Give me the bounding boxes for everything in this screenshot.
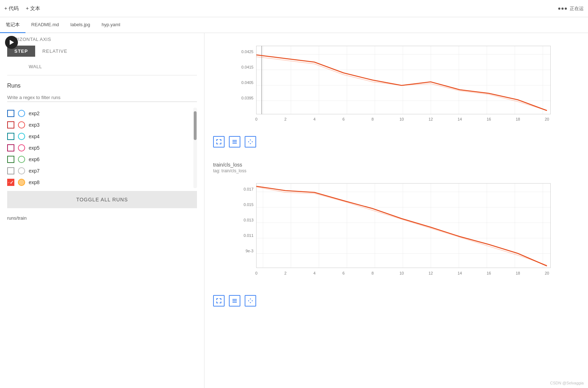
run-circle-exp5 (18, 144, 25, 151)
svg-text:4: 4 (313, 117, 315, 121)
toggle-all-runs-button[interactable]: TOGGLE ALL RUNS (7, 191, 197, 208)
svg-text:20: 20 (545, 271, 549, 275)
expand-icon-bottom[interactable] (213, 295, 225, 307)
run-label-exp7: exp7 (29, 168, 39, 174)
dots-icon (558, 8, 567, 10)
chart-svg-top: 0.0425 0.0415 0.0405 0.0395 0 2 4 6 8 10… (213, 39, 579, 132)
svg-text:14: 14 (457, 271, 462, 275)
svg-text:6: 6 (342, 271, 344, 275)
move-icon[interactable] (245, 136, 256, 148)
run-item-exp6[interactable]: exp6 (7, 154, 188, 165)
run-circle-exp4 (18, 133, 25, 140)
scrollbar-track[interactable] (193, 108, 197, 188)
add-text-button[interactable]: + 文本 (26, 5, 40, 12)
expand-icon[interactable] (213, 136, 225, 148)
play-button[interactable] (5, 36, 18, 49)
chart-toolbar-top (213, 133, 579, 150)
list-icon[interactable] (229, 136, 240, 148)
tab-labels[interactable]: labels.jpg (65, 17, 96, 33)
run-item-exp5[interactable]: exp5 (7, 142, 188, 154)
relative-button[interactable]: RELATIVE (35, 46, 75, 57)
run-item-exp3[interactable]: exp3 (7, 119, 188, 131)
svg-text:10: 10 (399, 117, 404, 121)
svg-text:0.013: 0.013 (244, 218, 254, 222)
axis-type-group: STEP RELATIVE (7, 46, 197, 57)
runs-list-container: exp2exp3exp4exp5exp6exp7exp8 (7, 108, 197, 188)
chart-svg-bottom: 0.017 0.015 0.013 0.011 9e-3 0 2 4 6 8 1… (213, 176, 579, 291)
runs-list: exp2exp3exp4exp5exp6exp7exp8 (7, 108, 192, 188)
list-icon-bottom[interactable] (229, 295, 240, 307)
svg-text:12: 12 (428, 117, 433, 121)
svg-text:6: 6 (342, 117, 344, 121)
run-item-exp7[interactable]: exp7 (7, 165, 188, 177)
svg-text:18: 18 (516, 271, 520, 275)
svg-text:10: 10 (399, 271, 404, 275)
run-checkbox-exp4[interactable] (7, 133, 14, 140)
status-text: 正在运 (570, 5, 584, 12)
runs-filter-input[interactable] (7, 93, 197, 102)
runs-section: Runs exp2exp3exp4exp5exp6exp7exp8 TOGGLE… (0, 78, 204, 212)
svg-text:0.0395: 0.0395 (241, 96, 254, 100)
tab-hyp[interactable]: hyp.yaml (96, 17, 126, 33)
run-checkbox-exp2[interactable] (7, 110, 14, 117)
run-checkbox-exp6[interactable] (7, 156, 14, 163)
add-text-label: + 文本 (26, 5, 40, 12)
run-item-exp2[interactable]: exp2 (7, 108, 188, 119)
svg-text:14: 14 (457, 117, 462, 121)
chart-top: 0.0425 0.0415 0.0405 0.0395 0 2 4 6 8 10… (204, 33, 588, 156)
scrollbar-thumb[interactable] (194, 111, 197, 140)
svg-rect-4 (257, 46, 551, 114)
svg-rect-18 (232, 140, 237, 141)
svg-rect-19 (232, 141, 237, 142)
run-checkbox-exp5[interactable] (7, 144, 14, 151)
run-circle-exp8 (18, 179, 25, 186)
svg-text:16: 16 (486, 271, 491, 275)
right-panel: 0.0425 0.0415 0.0405 0.0395 0 2 4 6 8 10… (204, 33, 588, 388)
svg-rect-41 (232, 302, 237, 303)
add-code-label: + 代码 (4, 5, 19, 12)
svg-text:4: 4 (313, 271, 315, 275)
run-circle-exp2 (18, 110, 25, 117)
run-label-exp2: exp2 (29, 111, 39, 116)
run-checkbox-exp3[interactable] (7, 121, 14, 128)
svg-text:0.0405: 0.0405 (241, 80, 254, 85)
chart-bottom: train/cls_loss tag: train/cls_loss 0.017… (204, 156, 588, 315)
main-layout: Horizontal Axis STEP RELATIVE WALL Runs … (0, 33, 588, 388)
run-checkbox-exp8[interactable] (7, 179, 14, 186)
wall-button[interactable]: WALL (7, 61, 197, 72)
svg-text:0.0425: 0.0425 (241, 50, 254, 54)
svg-text:8: 8 (371, 271, 373, 275)
svg-text:0.017: 0.017 (244, 187, 254, 191)
tab-notebook[interactable]: 笔记本 (0, 17, 25, 33)
tab-bar: 笔记本 README.md labels.jpg hyp.yaml (0, 17, 588, 33)
svg-text:0: 0 (255, 271, 257, 275)
svg-rect-26 (257, 183, 551, 268)
run-circle-exp6 (18, 156, 25, 163)
horizontal-axis-section: Horizontal Axis STEP RELATIVE WALL (0, 33, 204, 72)
play-icon (10, 40, 14, 45)
svg-rect-40 (232, 300, 237, 301)
divider (7, 75, 197, 75)
run-label-exp6: exp6 (29, 156, 39, 162)
dot2 (561, 8, 564, 10)
top-bar: + 代码 + 文本 正在运 (0, 0, 588, 17)
run-label-exp8: exp8 (29, 179, 39, 185)
chart-bottom-subtitle: tag: train/cls_loss (213, 168, 579, 173)
tab-readme[interactable]: README.md (25, 17, 65, 33)
watermark: CSDN @Selvaggia (550, 381, 584, 385)
svg-text:0.0415: 0.0415 (241, 65, 254, 69)
svg-text:18: 18 (516, 117, 520, 121)
run-checkbox-exp7[interactable] (7, 167, 14, 174)
left-panel: Horizontal Axis STEP RELATIVE WALL Runs … (0, 33, 204, 388)
run-item-exp4[interactable]: exp4 (7, 131, 188, 142)
svg-text:0.011: 0.011 (244, 233, 254, 238)
run-circle-exp7 (18, 167, 25, 174)
svg-text:16: 16 (486, 117, 491, 121)
svg-rect-39 (232, 299, 237, 300)
add-code-button[interactable]: + 代码 (4, 5, 19, 12)
move-icon-bottom[interactable] (245, 295, 256, 307)
svg-text:9e-3: 9e-3 (245, 249, 253, 253)
run-label-exp4: exp4 (29, 134, 39, 139)
run-item-exp8[interactable]: exp8 (7, 177, 188, 188)
svg-text:0.015: 0.015 (244, 202, 254, 207)
